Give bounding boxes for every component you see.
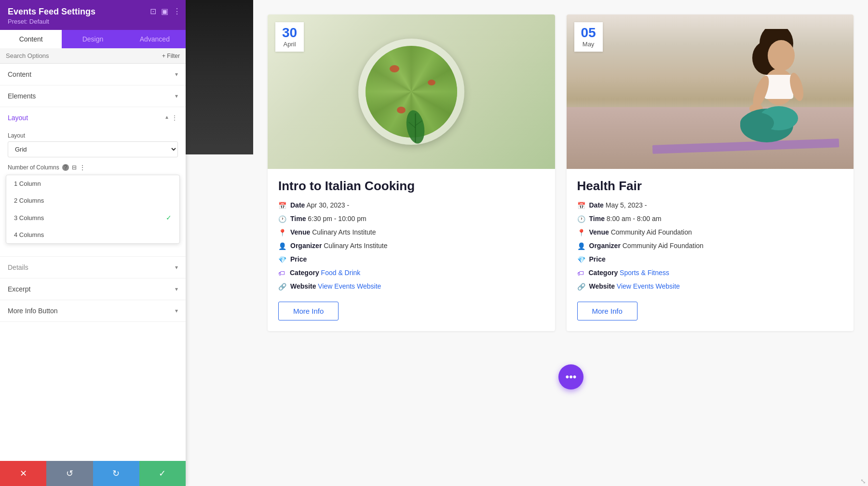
elements-section-label: Elements [8, 92, 36, 100]
time-label-cooking: Time [290, 215, 306, 222]
detail-website-health: 🔗 Website View Events Website [577, 281, 843, 292]
layout-section-label: Layout [8, 114, 28, 122]
detail-date-health: 📅 Date May 5, 2023 - [577, 200, 843, 211]
search-input[interactable] [6, 52, 162, 59]
website-link-health[interactable]: View Events Website [617, 282, 680, 290]
detail-category-cooking: 🏷 Category Food & Drink [278, 268, 544, 278]
venue-icon-health: 📍 [577, 228, 585, 238]
layout-select[interactable]: Grid [8, 141, 178, 157]
category-link-cooking[interactable]: Food & Drink [321, 269, 361, 277]
save-button[interactable]: ✓ [139, 461, 186, 486]
details-chevron-icon: ▾ [175, 264, 178, 271]
organizer-icon-cooking: 👤 [278, 241, 286, 251]
detail-price-cooking: 💎 Price [278, 254, 544, 265]
layout-icon[interactable]: ▣ [161, 7, 168, 16]
detail-time-health: 🕐 Time 8:00 am - 8:00 am [577, 214, 843, 224]
column-option-3[interactable]: 3 Columns ✓ [6, 209, 179, 226]
panel-footer: ✕ ↺ ↻ ✓ [0, 461, 186, 486]
more-info-button-health[interactable]: More Info [577, 302, 637, 320]
category-icon-health: 🏷 [577, 268, 585, 278]
content-chevron-icon: ▾ [175, 71, 178, 78]
time-icon-health: 🕐 [577, 214, 585, 224]
panel-body: Content ▾ Elements ▾ Layout ▾ ⋮ Layout [0, 64, 186, 486]
svg-rect-9 [764, 75, 793, 99]
tab-content[interactable]: Content [0, 30, 62, 48]
more-info-button-cooking[interactable]: More Info [278, 302, 339, 320]
date-day-health: 05 [581, 26, 596, 40]
event-image-cooking: 30 April [268, 14, 555, 169]
detail-organizer-health: 👤 Organizer Community Aid Foundation [577, 241, 843, 251]
detail-website-cooking: 🔗 Website View Events Website [278, 281, 544, 292]
date-badge-health: 05 May [574, 22, 603, 52]
date-label-health: Date [589, 201, 604, 209]
panel-preset[interactable]: Preset: Default [8, 18, 178, 25]
events-grid: 30 April Intro to Italian Cooking 📅 Date… [253, 0, 868, 486]
columns-label-row: Number of Columns ? ⊟ ⋮ [8, 164, 178, 171]
window-icon[interactable]: ⊡ [150, 7, 156, 16]
layout-chevron-icon: ▾ [165, 114, 168, 121]
venue-value-cooking: Culinary Arts Institute [312, 228, 376, 236]
section-excerpt[interactable]: Excerpt ▾ [0, 278, 186, 300]
website-link-cooking[interactable]: View Events Website [318, 282, 381, 290]
date-value-health: May 5, 2023 - [606, 201, 647, 209]
more-info-button-chevron-icon: ▾ [175, 307, 178, 314]
column-option-4[interactable]: 4 Columns [6, 226, 179, 243]
layout-body: Layout Grid Number of Columns ? ⊟ ⋮ [0, 128, 186, 256]
fab-button[interactable]: ••• [558, 364, 583, 389]
event-info-cooking: Intro to Italian Cooking 📅 Date Apr 30, … [268, 169, 555, 331]
event-details-cooking: 📅 Date Apr 30, 2023 - 🕐 Time 6:30 pm - 1… [278, 200, 544, 292]
resize-icon: ⤡ [860, 477, 866, 485]
columns-more-icon[interactable]: ⋮ [80, 164, 85, 171]
redo-button[interactable]: ↻ [93, 461, 139, 486]
preview-area: 30 April Intro to Italian Cooking 📅 Date… [186, 0, 868, 486]
website-icon-cooking: 🔗 [278, 282, 286, 292]
column-view-icon[interactable]: ⊟ [72, 164, 77, 171]
content-section-label: Content [8, 70, 31, 78]
event-details-health: 📅 Date May 5, 2023 - 🕐 Time 8:00 am - 8:… [577, 200, 843, 292]
undo-button[interactable]: ↺ [46, 461, 93, 486]
svg-point-6 [768, 40, 795, 71]
layout-section-header[interactable]: Layout ▾ ⋮ [0, 107, 186, 128]
column-option-1[interactable]: 1 Column [6, 175, 179, 192]
date-label-cooking: Date [290, 201, 305, 209]
dark-card [186, 0, 253, 154]
venue-label-cooking: Venue [290, 228, 310, 236]
column-2-label: 2 Columns [14, 197, 44, 204]
venue-icon-cooking: 📍 [278, 228, 286, 238]
column-1-label: 1 Column [14, 180, 41, 187]
section-details: Details ▾ [0, 257, 186, 278]
detail-time-cooking: 🕐 Time 6:30 pm - 10:00 pm [278, 214, 544, 224]
category-link-health[interactable]: Sports & Fitness [620, 269, 669, 277]
layout-more-icon[interactable]: ⋮ [171, 114, 178, 122]
section-content[interactable]: Content ▾ [0, 64, 186, 85]
layout-icons: ▾ ⋮ [165, 114, 178, 122]
filter-button[interactable]: + Filter [162, 53, 180, 59]
section-more-info-button[interactable]: More Info Button ▾ [0, 300, 186, 322]
event-title-health: Health Fair [577, 179, 843, 194]
menu-dots-icon[interactable]: ⋮ [173, 7, 181, 16]
help-icon[interactable]: ? [62, 164, 69, 171]
price-label-cooking: Price [290, 255, 307, 263]
time-value-health: 8:00 am - 8:00 am [607, 215, 662, 222]
detail-category-health: 🏷 Category Sports & Fitness [577, 268, 843, 278]
column-4-label: 4 Columns [14, 231, 44, 238]
column-option-2[interactable]: 2 Columns [6, 192, 179, 209]
price-icon-cooking: 💎 [278, 255, 286, 265]
fab-icon: ••• [565, 371, 576, 383]
cancel-button[interactable]: ✕ [0, 461, 46, 486]
detail-price-health: 💎 Price [577, 254, 843, 265]
svg-point-15 [740, 112, 774, 134]
tab-advanced[interactable]: Advanced [124, 30, 186, 48]
section-elements[interactable]: Elements ▾ [0, 85, 186, 107]
time-label-health: Time [589, 215, 605, 222]
organizer-value-health: Community Aid Foundation [623, 242, 704, 250]
panel-header: Events Feed Settings Preset: Default ⊡ ▣… [0, 0, 186, 30]
panel-tabs: Content Design Advanced [0, 30, 186, 48]
details-section-header[interactable]: Details ▾ [0, 257, 186, 278]
event-title-cooking: Intro to Italian Cooking [278, 179, 544, 194]
date-day-cooking: 30 [282, 26, 297, 40]
section-layout: Layout ▾ ⋮ Layout Grid Number of Columns [0, 107, 186, 257]
resize-handle[interactable]: ⤡ [858, 476, 868, 486]
columns-row: Number of Columns ? ⊟ ⋮ 1 Column 2 Colum… [8, 164, 178, 244]
tab-design[interactable]: Design [62, 30, 123, 48]
